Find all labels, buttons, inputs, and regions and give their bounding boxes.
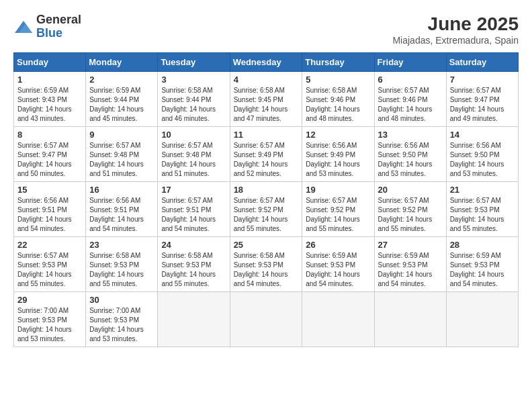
- calendar-day-cell: 28Sunrise: 6:59 AMSunset: 9:53 PMDayligh…: [446, 237, 518, 292]
- calendar-day-cell: 15Sunrise: 6:56 AMSunset: 9:51 PMDayligh…: [14, 182, 86, 237]
- day-number: 18: [234, 185, 299, 195]
- calendar-day-cell: 3Sunrise: 6:58 AMSunset: 9:44 PMDaylight…: [158, 72, 230, 127]
- day-info: Sunrise: 6:56 AMSunset: 9:49 PMDaylight:…: [306, 141, 370, 179]
- day-info: Sunrise: 6:59 AMSunset: 9:44 PMDaylight:…: [89, 86, 154, 124]
- day-info: Sunrise: 6:57 AMSunset: 9:52 PMDaylight:…: [378, 196, 443, 234]
- logo-blue-text: Blue: [36, 27, 81, 40]
- day-number: 25: [234, 240, 299, 250]
- day-header-saturday: Saturday: [446, 53, 518, 72]
- day-number: 20: [378, 185, 443, 195]
- calendar-day-cell: 4Sunrise: 6:58 AMSunset: 9:45 PMDaylight…: [230, 72, 302, 127]
- day-info: Sunrise: 6:59 AMSunset: 9:53 PMDaylight:…: [450, 251, 515, 289]
- day-header-tuesday: Tuesday: [158, 53, 230, 72]
- calendar-day-cell: 13Sunrise: 6:56 AMSunset: 9:50 PMDayligh…: [374, 127, 446, 182]
- day-header-sunday: Sunday: [14, 53, 86, 72]
- calendar-day-cell: 22Sunrise: 6:57 AMSunset: 9:53 PMDayligh…: [14, 237, 86, 292]
- day-info: Sunrise: 6:57 AMSunset: 9:46 PMDaylight:…: [378, 86, 443, 124]
- day-number: 3: [161, 75, 226, 85]
- day-number: 22: [17, 240, 82, 250]
- day-info: Sunrise: 6:56 AMSunset: 9:51 PMDaylight:…: [17, 196, 82, 234]
- calendar-day-cell: 5Sunrise: 6:58 AMSunset: 9:46 PMDaylight…: [302, 72, 374, 127]
- day-info: Sunrise: 6:58 AMSunset: 9:44 PMDaylight:…: [161, 86, 226, 124]
- calendar-day-cell: 27Sunrise: 6:59 AMSunset: 9:53 PMDayligh…: [374, 237, 446, 292]
- calendar-day-cell: 8Sunrise: 6:57 AMSunset: 9:47 PMDaylight…: [14, 127, 86, 182]
- day-number: 2: [89, 75, 154, 85]
- calendar-day-cell: 2Sunrise: 6:59 AMSunset: 9:44 PMDaylight…: [86, 72, 158, 127]
- day-info: Sunrise: 6:57 AMSunset: 9:47 PMDaylight:…: [450, 86, 515, 124]
- calendar-week-row: 8Sunrise: 6:57 AMSunset: 9:47 PMDaylight…: [14, 127, 519, 182]
- day-number: 1: [17, 75, 82, 85]
- day-header-thursday: Thursday: [302, 53, 374, 72]
- page-header: General Blue June 2025 Miajadas, Extrema…: [13, 13, 519, 46]
- day-info: Sunrise: 6:58 AMSunset: 9:53 PMDaylight:…: [234, 251, 299, 289]
- calendar-day-cell: [374, 292, 446, 347]
- day-info: Sunrise: 6:57 AMSunset: 9:52 PMDaylight:…: [306, 196, 370, 234]
- calendar-day-cell: 1Sunrise: 6:59 AMSunset: 9:43 PMDaylight…: [14, 72, 86, 127]
- day-number: 4: [234, 75, 299, 85]
- calendar-week-row: 22Sunrise: 6:57 AMSunset: 9:53 PMDayligh…: [14, 237, 519, 292]
- day-header-wednesday: Wednesday: [230, 53, 302, 72]
- day-number: 28: [450, 240, 515, 250]
- day-number: 12: [306, 130, 370, 140]
- calendar-day-cell: 18Sunrise: 6:57 AMSunset: 9:52 PMDayligh…: [230, 182, 302, 237]
- day-info: Sunrise: 6:56 AMSunset: 9:50 PMDaylight:…: [450, 141, 515, 179]
- logo-icon: [13, 17, 34, 37]
- logo: General Blue: [13, 13, 81, 40]
- day-info: Sunrise: 6:57 AMSunset: 9:48 PMDaylight:…: [89, 141, 154, 179]
- calendar-week-row: 15Sunrise: 6:56 AMSunset: 9:51 PMDayligh…: [14, 182, 519, 237]
- calendar-day-cell: 24Sunrise: 6:58 AMSunset: 9:53 PMDayligh…: [158, 237, 230, 292]
- day-info: Sunrise: 6:57 AMSunset: 9:49 PMDaylight:…: [234, 141, 299, 179]
- day-info: Sunrise: 6:56 AMSunset: 9:50 PMDaylight:…: [378, 141, 443, 179]
- title-block: June 2025 Miajadas, Extremadura, Spain: [392, 13, 519, 46]
- location-subtitle: Miajadas, Extremadura, Spain: [392, 35, 519, 46]
- day-info: Sunrise: 6:56 AMSunset: 9:51 PMDaylight:…: [89, 196, 154, 234]
- day-header-monday: Monday: [86, 53, 158, 72]
- calendar-day-cell: 20Sunrise: 6:57 AMSunset: 9:52 PMDayligh…: [374, 182, 446, 237]
- day-number: 27: [378, 240, 443, 250]
- logo-text: General Blue: [36, 13, 81, 40]
- day-number: 21: [450, 185, 515, 195]
- calendar-header-row: SundayMondayTuesdayWednesdayThursdayFrid…: [14, 53, 519, 72]
- day-number: 11: [234, 130, 299, 140]
- day-number: 6: [378, 75, 443, 85]
- calendar-day-cell: 11Sunrise: 6:57 AMSunset: 9:49 PMDayligh…: [230, 127, 302, 182]
- calendar-day-cell: [446, 292, 518, 347]
- day-number: 24: [161, 240, 226, 250]
- day-number: 13: [378, 130, 443, 140]
- day-number: 10: [161, 130, 226, 140]
- calendar-day-cell: 12Sunrise: 6:56 AMSunset: 9:49 PMDayligh…: [302, 127, 374, 182]
- calendar-day-cell: 6Sunrise: 6:57 AMSunset: 9:46 PMDaylight…: [374, 72, 446, 127]
- day-info: Sunrise: 6:57 AMSunset: 9:53 PMDaylight:…: [17, 251, 82, 289]
- calendar-week-row: 29Sunrise: 7:00 AMSunset: 9:53 PMDayligh…: [14, 292, 519, 347]
- day-info: Sunrise: 7:00 AMSunset: 9:53 PMDaylight:…: [89, 306, 154, 344]
- day-number: 9: [89, 130, 154, 140]
- day-info: Sunrise: 7:00 AMSunset: 9:53 PMDaylight:…: [17, 306, 82, 344]
- day-info: Sunrise: 6:57 AMSunset: 9:47 PMDaylight:…: [17, 141, 82, 179]
- calendar-day-cell: 7Sunrise: 6:57 AMSunset: 9:47 PMDaylight…: [446, 72, 518, 127]
- day-number: 16: [89, 185, 154, 195]
- day-number: 23: [89, 240, 154, 250]
- day-number: 19: [306, 185, 370, 195]
- day-number: 30: [89, 295, 154, 305]
- calendar-day-cell: 10Sunrise: 6:57 AMSunset: 9:48 PMDayligh…: [158, 127, 230, 182]
- calendar-day-cell: 25Sunrise: 6:58 AMSunset: 9:53 PMDayligh…: [230, 237, 302, 292]
- day-number: 5: [306, 75, 370, 85]
- calendar-day-cell: 23Sunrise: 6:58 AMSunset: 9:53 PMDayligh…: [86, 237, 158, 292]
- day-info: Sunrise: 6:58 AMSunset: 9:46 PMDaylight:…: [306, 86, 370, 124]
- calendar-day-cell: 17Sunrise: 6:57 AMSunset: 9:51 PMDayligh…: [158, 182, 230, 237]
- day-info: Sunrise: 6:58 AMSunset: 9:45 PMDaylight:…: [234, 86, 299, 124]
- calendar-day-cell: [302, 292, 374, 347]
- day-number: 26: [306, 240, 370, 250]
- month-year-title: June 2025: [392, 13, 519, 35]
- calendar-day-cell: 26Sunrise: 6:59 AMSunset: 9:53 PMDayligh…: [302, 237, 374, 292]
- calendar-day-cell: [230, 292, 302, 347]
- day-number: 15: [17, 185, 82, 195]
- day-info: Sunrise: 6:57 AMSunset: 9:48 PMDaylight:…: [161, 141, 226, 179]
- day-info: Sunrise: 6:58 AMSunset: 9:53 PMDaylight:…: [161, 251, 226, 289]
- logo-general: General: [36, 13, 81, 27]
- day-info: Sunrise: 6:57 AMSunset: 9:53 PMDaylight:…: [450, 196, 515, 234]
- calendar-day-cell: 30Sunrise: 7:00 AMSunset: 9:53 PMDayligh…: [86, 292, 158, 347]
- day-info: Sunrise: 6:57 AMSunset: 9:52 PMDaylight:…: [234, 196, 299, 234]
- day-info: Sunrise: 6:59 AMSunset: 9:53 PMDaylight:…: [378, 251, 443, 289]
- day-info: Sunrise: 6:59 AMSunset: 9:43 PMDaylight:…: [17, 86, 82, 124]
